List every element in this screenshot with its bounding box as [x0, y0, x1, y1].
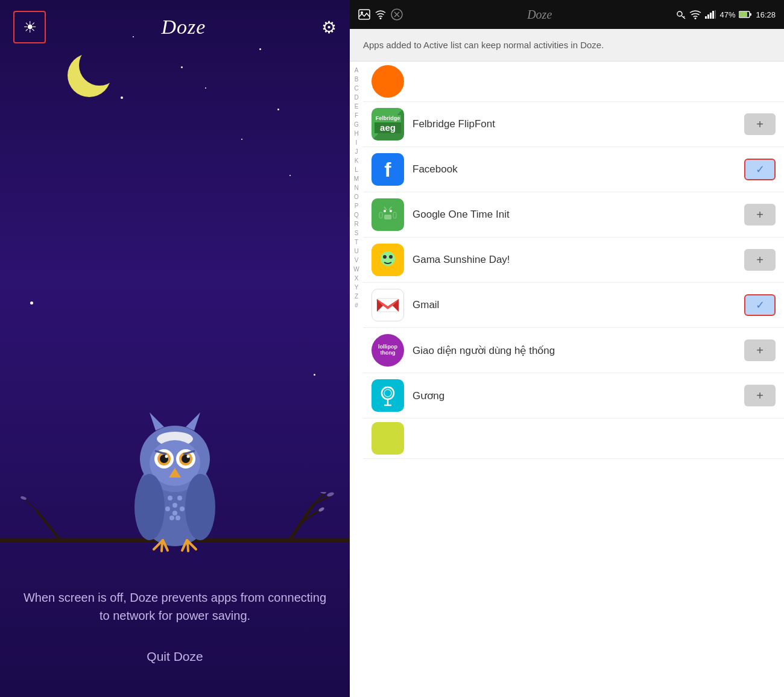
- app-name-gmail: Gmail: [413, 299, 736, 311]
- app-name-facebook: Facebook: [413, 163, 736, 175]
- left-panel: ☀ Doze ⚙: [0, 0, 350, 697]
- list-item[interactable]: Gmail ✓: [363, 283, 784, 328]
- key-icon: [676, 10, 686, 19]
- svg-rect-67: [384, 215, 391, 219]
- add-btn-guong[interactable]: +: [744, 385, 776, 406]
- sun-icon: ☀: [23, 18, 37, 37]
- svg-point-50: [695, 17, 697, 19]
- gallery-icon: [358, 9, 370, 20]
- svg-point-38: [180, 506, 185, 511]
- svg-rect-55: [715, 10, 716, 19]
- svg-point-27: [187, 455, 190, 458]
- right-app-title: Doze: [527, 8, 552, 22]
- app-name-gama: Gama Sunshine Day!: [413, 254, 736, 266]
- svg-rect-62: [393, 212, 396, 218]
- star: [205, 87, 206, 89]
- star: [30, 301, 33, 304]
- svg-point-75: [382, 387, 394, 399]
- svg-rect-52: [707, 14, 709, 19]
- app-name-felbridge: Felbridge FlipFont: [413, 118, 736, 130]
- svg-point-32: [185, 474, 215, 540]
- svg-marker-17: [186, 412, 200, 430]
- app-list-container: Apps added to Active list can keep norma…: [350, 29, 784, 697]
- svg-rect-61: [379, 212, 382, 218]
- star: [289, 175, 291, 176]
- svg-point-43: [380, 17, 382, 19]
- close-circle-icon: [391, 8, 403, 20]
- settings-icon[interactable]: ⚙: [321, 17, 337, 37]
- app-icon-lollipop: lollipopthong: [371, 334, 404, 367]
- svg-point-34: [172, 503, 177, 508]
- star: [121, 96, 123, 99]
- list-item[interactable]: f Facebook ✓: [363, 147, 784, 192]
- svg-point-26: [165, 455, 168, 458]
- app-list: Felbridge aeg Felbridge FlipFont + f Fac…: [363, 62, 784, 697]
- left-app-title: Doze: [162, 16, 206, 39]
- app-icon-felbridge: Felbridge aeg: [371, 108, 404, 140]
- svg-rect-57: [750, 13, 751, 16]
- check-btn-gmail[interactable]: ✓: [744, 294, 776, 316]
- list-item[interactable]: Gương +: [363, 373, 784, 418]
- status-bar: Doze 47%: [350, 0, 784, 29]
- app-icon-guong: [371, 379, 404, 412]
- svg-point-63: [384, 210, 386, 212]
- svg-rect-54: [712, 11, 714, 19]
- add-btn-google[interactable]: +: [744, 204, 776, 226]
- svg-point-78: [384, 390, 391, 397]
- svg-point-31: [134, 474, 165, 540]
- svg-point-47: [677, 11, 682, 16]
- star: [241, 139, 242, 140]
- star: [133, 36, 134, 37]
- app-icon-facebook: f: [371, 153, 404, 186]
- battery-percent: 47%: [719, 10, 735, 19]
- owl-illustration: [115, 408, 235, 552]
- add-btn-gama[interactable]: +: [744, 249, 776, 271]
- add-btn-felbridge[interactable]: +: [744, 113, 776, 135]
- signal-icon: [705, 10, 716, 19]
- list-item[interactable]: Felbridge aeg Felbridge FlipFont +: [363, 102, 784, 147]
- quit-doze-label[interactable]: Quit Doze: [0, 649, 350, 664]
- svg-point-70: [389, 255, 393, 259]
- alpha-index: A B C D E F G H I J K L M N O P Q R S T: [350, 62, 363, 697]
- wifi-icon-left: [375, 10, 386, 19]
- right-panel: Doze 47%: [350, 0, 784, 697]
- moon-decoration: [66, 48, 121, 102]
- svg-marker-16: [150, 412, 164, 430]
- list-item: [363, 418, 784, 459]
- status-right-info: 47% 16:28: [676, 10, 776, 19]
- svg-point-2: [68, 54, 111, 97]
- app-icon-gmail: [371, 289, 404, 321]
- svg-point-36: [165, 506, 170, 511]
- svg-line-8: [36, 510, 60, 540]
- svg-rect-58: [739, 12, 747, 17]
- star: [181, 66, 183, 68]
- app-icon-gama: [371, 244, 404, 276]
- time-display: 16:28: [756, 10, 776, 19]
- add-btn-lollipop[interactable]: +: [744, 339, 776, 361]
- list-item: [363, 62, 784, 102]
- wifi-icon-status: [689, 10, 701, 19]
- list-item[interactable]: Gama Sunshine Day! +: [363, 238, 784, 283]
- svg-point-40: [175, 516, 180, 520]
- check-btn-facebook[interactable]: ✓: [744, 159, 776, 180]
- info-banner: Apps added to Active list can keep norma…: [350, 29, 784, 62]
- svg-rect-53: [710, 13, 712, 19]
- list-body: A B C D E F G H I J K L M N O P Q R S T: [350, 62, 784, 697]
- star: [259, 48, 261, 50]
- list-item[interactable]: lollipopthong Giao diện người dùng hệ th…: [363, 328, 784, 373]
- app-icon-partial-bottom: [371, 422, 404, 455]
- app-name-guong: Gương: [413, 390, 736, 402]
- svg-point-39: [169, 516, 174, 520]
- battery-icon: [739, 10, 752, 19]
- left-header: ☀ Doze ⚙: [0, 0, 350, 54]
- app-name-lollipop: Giao diện người dùng hệ thống: [413, 344, 736, 357]
- app-name-google: Google One Time Init: [413, 209, 736, 221]
- star: [314, 374, 315, 376]
- svg-rect-51: [705, 16, 707, 19]
- svg-point-69: [383, 255, 387, 259]
- bottom-description: When screen is off, Doze prevents apps f…: [0, 588, 350, 625]
- svg-point-35: [177, 496, 182, 500]
- list-item[interactable]: Google One Time Init +: [363, 192, 784, 238]
- app-icon-google: [371, 198, 404, 231]
- sun-icon-box[interactable]: ☀: [13, 11, 46, 43]
